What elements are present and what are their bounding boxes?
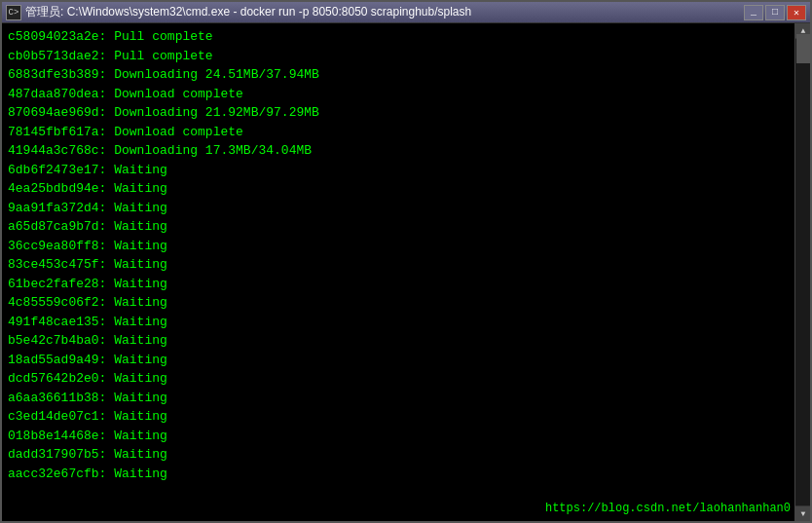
minimize-button[interactable]: _ <box>744 5 763 20</box>
terminal-body: c58094023a2e: Pull completecb0b5713dae2:… <box>2 23 810 521</box>
terminal-line: 9aa91fa372d4: Waiting <box>8 199 787 218</box>
terminal-line: b5e42c7b4ba0: Waiting <box>8 331 787 351</box>
terminal-line: aacc32e67cfb: Waiting <box>8 465 787 484</box>
terminal-line: a65d87ca9b7d: Waiting <box>8 217 787 237</box>
terminal-line: dcd57642b2e0: Waiting <box>8 369 787 389</box>
terminal-window: C> 管理员: C:\Windows\system32\cmd.exe - do… <box>0 0 812 523</box>
terminal-line: dadd317907b5: Waiting <box>8 445 787 465</box>
terminal-line: 4ea25bdbd94e: Waiting <box>8 179 787 199</box>
title-bar-buttons: _ □ ✕ <box>744 5 806 20</box>
terminal-line: 870694ae969d: Downloading 21.92MB/97.29M… <box>8 103 787 123</box>
terminal-line: 18ad55ad9a49: Waiting <box>8 351 787 370</box>
window-icon: C> <box>6 5 21 20</box>
terminal-line: cb0b5713dae2: Pull complete <box>8 47 787 66</box>
terminal-line: c3ed14de07c1: Waiting <box>8 407 787 427</box>
terminal-line: 83ce453c475f: Waiting <box>8 255 787 275</box>
terminal-line: 61bec2fafe28: Waiting <box>8 275 787 294</box>
scrollbar-thumb[interactable] <box>796 34 810 63</box>
terminal-line: 018b8e14468e: Waiting <box>8 427 787 446</box>
terminal-line: 4c85559c06f2: Waiting <box>8 293 787 313</box>
close-button[interactable]: ✕ <box>787 5 806 20</box>
terminal-output: c58094023a2e: Pull completecb0b5713dae2:… <box>8 27 804 483</box>
watermark: https://blog.csdn.net/laohanhanhan0 <box>545 502 791 515</box>
scrollbar-down-arrow[interactable]: ▼ <box>795 505 810 521</box>
title-bar: C> 管理员: C:\Windows\system32\cmd.exe - do… <box>2 2 810 23</box>
terminal-line: 6db6f2473e17: Waiting <box>8 161 787 180</box>
title-bar-left: C> 管理员: C:\Windows\system32\cmd.exe - do… <box>6 4 471 20</box>
terminal-line: 491f48cae135: Waiting <box>8 313 787 332</box>
terminal-line: a6aa36611b38: Waiting <box>8 389 787 408</box>
terminal-line: c58094023a2e: Pull complete <box>8 27 787 47</box>
scrollbar[interactable]: ▲ ▼ <box>794 23 810 521</box>
terminal-line: 36cc9ea80ff8: Waiting <box>8 237 787 256</box>
terminal-line: 41944a3c768c: Downloading 17.3MB/34.04MB <box>8 141 787 161</box>
terminal-line: 78145fbf617a: Download complete <box>8 123 787 142</box>
window-title: 管理员: C:\Windows\system32\cmd.exe - docke… <box>25 4 471 20</box>
terminal-line: 487daa870dea: Download complete <box>8 85 787 104</box>
terminal-line: 6883dfe3b389: Downloading 24.51MB/37.94M… <box>8 65 787 85</box>
maximize-button[interactable]: □ <box>765 5 785 20</box>
